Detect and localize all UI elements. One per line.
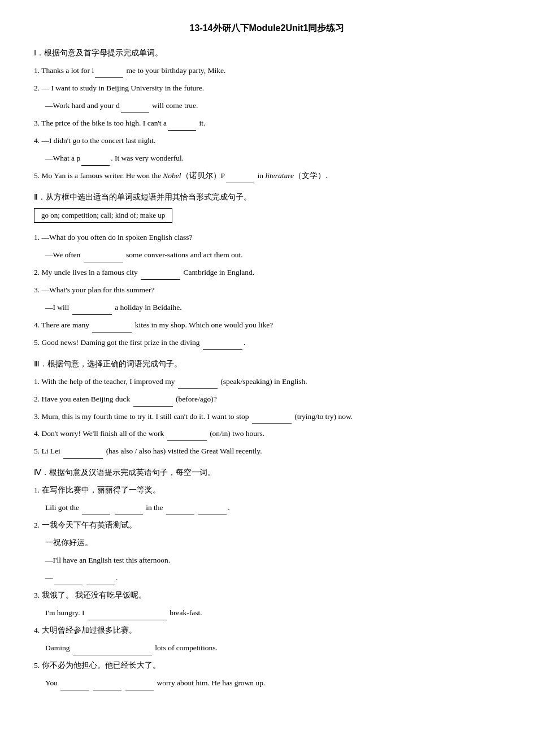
section-4: Ⅳ．根据句意及汉语提示完成英语句子，每空一词。 1. 在写作比赛中，丽丽得了一等…: [34, 468, 500, 690]
q3-4: 4. Don't worry! We'll finish all of the …: [34, 427, 500, 441]
q4-2-cn2: 一祝你好运。: [34, 536, 500, 550]
q4-2-en2: — .: [34, 571, 500, 585]
q4-3-en: I'm hungry. I break-fast.: [34, 606, 500, 620]
q4-3-cn: 3. 我饿了。 我还没有吃早饭呢。: [34, 589, 500, 603]
q1-5: 5. Mo Yan is a famous writer. He won the…: [34, 169, 500, 183]
q3-2: 2. Have you eaten Beijing duck (before/a…: [34, 392, 500, 407]
q2-3: 3. —What's your plan for this summer?: [34, 283, 500, 297]
section-4-header: Ⅳ．根据句意及汉语提示完成英语句子，每空一词。: [34, 468, 500, 478]
q2-3b: —I will a holiday in Beidaihe.: [34, 301, 500, 315]
section-1: Ⅰ．根据句意及首字母提示完成单词。 1. Thanks a lot for i …: [34, 48, 500, 183]
q1-4b: —What a p. It was very wonderful.: [34, 152, 500, 166]
q4-1-cn: 1. 在写作比赛中，丽丽得了一等奖。: [34, 483, 500, 498]
q2-2: 2. My uncle lives in a famous city Cambr…: [34, 266, 500, 280]
word-box: go on; competition; call; kind of; make …: [34, 208, 172, 223]
q4-2-en1: —I'll have an English test this afternoo…: [34, 554, 500, 568]
q3-1: 1. With the help of the teacher, I impro…: [34, 375, 500, 389]
q2-4: 4. There are many kites in my shop. Whic…: [34, 318, 500, 332]
q4-2-cn1: 2. 一我今天下午有英语测试。: [34, 519, 500, 533]
section-2-header: Ⅱ．从方框中选出适当的单词或短语并用其恰当形式完成句子。: [34, 192, 500, 202]
q1-2: 2. — I want to study in Beijing Universi…: [34, 81, 500, 96]
q3-3: 3. Mum, this is my fourth time to try it…: [34, 410, 500, 424]
q4-5-en: You worry about him. He has grown up.: [34, 676, 500, 690]
q2-5: 5. Good news! Daming got the first prize…: [34, 336, 500, 350]
q4-5-cn: 5. 你不必为他担心。他已经长大了。: [34, 659, 500, 673]
q1-4: 4. —I didn't go to the concert last nigh…: [34, 134, 500, 148]
q1-3: 3. The price of the bike is too high. I …: [34, 116, 500, 131]
q2-1: 1. —What do you often do in spoken Engli…: [34, 231, 500, 245]
section-3: Ⅲ．根据句意，选择正确的词语完成句子。 1. With the help of …: [34, 359, 500, 459]
section-3-header: Ⅲ．根据句意，选择正确的词语完成句子。: [34, 359, 500, 369]
q4-1-en: Lili got the in the .: [34, 501, 500, 515]
q4-4-cn: 4. 大明曾经参加过很多比赛。: [34, 624, 500, 638]
q2-1b: —We often some conver-sations and act th…: [34, 248, 500, 262]
section-1-header: Ⅰ．根据句意及首字母提示完成单词。: [34, 48, 500, 58]
section-2: Ⅱ．从方框中选出适当的单词或短语并用其恰当形式完成句子。 go on; comp…: [34, 192, 500, 350]
page-title: 13-14外研八下Module2Unit1同步练习: [34, 23, 500, 34]
q4-4-en: Daming lots of competitions.: [34, 641, 500, 655]
q3-5: 5. Li Lei (has also / also has) visited …: [34, 444, 500, 459]
q1-1: 1. Thanks a lot for i me to your birthda…: [34, 64, 500, 78]
q1-2b: —Work hard and your d will come true.: [34, 99, 500, 113]
